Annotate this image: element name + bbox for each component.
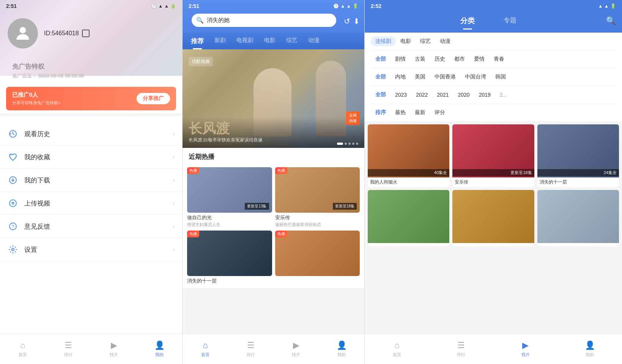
- filter-sort-rating[interactable]: 评分: [430, 108, 450, 118]
- filter-type-drama[interactable]: 连续剧: [371, 36, 396, 46]
- filter-region-us[interactable]: 美国: [410, 72, 430, 82]
- feedback-icon: ?: [8, 221, 18, 232]
- tab-recommend[interactable]: 推荐: [186, 33, 209, 49]
- tab-movie[interactable]: 电影: [259, 33, 281, 49]
- video-card-2[interactable]: 更新至18集 安乐传: [452, 124, 534, 187]
- user-id-text: ID:54654018: [44, 30, 79, 37]
- share-promo-button[interactable]: 已推广0人 分享可得终身免广告特权> 分享推广: [6, 87, 176, 110]
- tab-topic[interactable]: 专题: [501, 12, 520, 30]
- filter-genre-urban[interactable]: 都市: [450, 54, 469, 64]
- filter-region-mainland[interactable]: 内地: [391, 72, 410, 82]
- filter-year-2021[interactable]: 2021: [432, 90, 453, 99]
- filter-genre-romance[interactable]: 爱情: [469, 54, 489, 64]
- nav-label-find-2: 找片: [292, 352, 300, 358]
- filter-section: 连续剧 电影 综艺 动漫 全部 剧情 古装 历史 都市 爱情 青春 全部 内地 …: [365, 33, 622, 121]
- filter-sort-hot[interactable]: 最热: [391, 108, 410, 118]
- tab-anime[interactable]: 动漫: [303, 33, 325, 49]
- nav-find-2[interactable]: ▶ 找片: [274, 340, 319, 358]
- tab-new-drama[interactable]: 新剧: [209, 33, 231, 49]
- filter-region-kr[interactable]: 韩国: [491, 72, 510, 82]
- filter-region-tw[interactable]: 中国台湾: [460, 72, 491, 82]
- video-card-5[interactable]: [452, 190, 534, 246]
- promo-share-btn[interactable]: 分享推广: [137, 93, 170, 104]
- filter-region-all[interactable]: 全部: [371, 72, 391, 82]
- panel-home: 2:51 🕑 ▲ ▲ 🔋 🔍 消失的她 ↺ ⬇ 推荐 新剧 电视剧 电影 综艺 …: [182, 0, 364, 364]
- wifi-icon-2: ▲: [346, 3, 351, 9]
- filter-sort-default[interactable]: 排序: [371, 108, 391, 118]
- filter-genre-all[interactable]: 全部: [371, 54, 391, 64]
- video-title-5: [452, 243, 534, 246]
- filter-sort-new[interactable]: 最新: [410, 108, 430, 118]
- filter-year-more: 2...: [495, 90, 512, 99]
- profile-area: ID:54654018: [0, 12, 182, 55]
- avatar: [8, 18, 38, 49]
- content-card-3[interactable]: 热播 消失的十一层: [187, 231, 272, 285]
- search-input[interactable]: 消失的她: [207, 17, 332, 24]
- download-header-icon[interactable]: ⬇: [353, 17, 360, 26]
- filter-year-2022[interactable]: 2022: [411, 90, 432, 99]
- content-card-2[interactable]: 更新至18集 热播 安乐传 迪丽热巴龚俊双强宿命恋: [275, 167, 360, 228]
- filter-genre-history[interactable]: 历史: [430, 54, 450, 64]
- filter-region-hk[interactable]: 中国香港: [430, 72, 460, 82]
- menu-item-downloads[interactable]: 我的下载 ›: [0, 169, 182, 192]
- download-icon: [8, 175, 18, 185]
- tab-category[interactable]: 分类: [457, 12, 478, 30]
- card-title-2: 安乐传: [275, 213, 360, 222]
- menu-item-settings[interactable]: 设置 ›: [0, 238, 182, 261]
- card-img-1: 更新至13集 热播: [187, 167, 272, 213]
- nav-rank-1[interactable]: ☰ 排行: [46, 340, 91, 358]
- home-icon-2: ⌂: [203, 340, 208, 350]
- nav-home-2[interactable]: ⌂ 首页: [183, 340, 228, 358]
- filter-row-sort: 排序 最热 最新 评分: [371, 104, 616, 121]
- menu-item-feedback[interactable]: ? 意见反馈 ›: [0, 215, 182, 238]
- card-subtitle-1: 绝望主妇重启人生: [187, 222, 272, 228]
- filter-year-all[interactable]: 全部: [371, 90, 391, 100]
- content-card-1[interactable]: 更新至13集 热播 做自己的光 绝望主妇重启人生: [187, 167, 272, 228]
- menu-item-upload[interactable]: 上传视频 ›: [0, 192, 182, 215]
- nav-mine-2[interactable]: 👤 我的: [319, 340, 364, 358]
- nav-find-1[interactable]: ▶ 找片: [91, 340, 137, 358]
- video-card-6[interactable]: [537, 190, 619, 246]
- filter-genre-drama[interactable]: 剧情: [391, 54, 410, 64]
- filter-year-2020[interactable]: 2020: [453, 90, 474, 99]
- menu-item-watch-history[interactable]: 观看历史 ›: [0, 122, 182, 146]
- nav-rank-3[interactable]: ☰ 排行: [429, 340, 494, 358]
- filter-type-anime[interactable]: 动漫: [435, 36, 455, 46]
- tab-tv[interactable]: 电视剧: [231, 33, 259, 49]
- card-img-3: 热播: [187, 231, 272, 276]
- wifi-icon: ▲: [164, 3, 169, 9]
- filter-type-variety[interactable]: 综艺: [416, 36, 435, 46]
- content-card-4[interactable]: 热播: [275, 231, 360, 285]
- filter-genre-costume[interactable]: 古装: [410, 54, 430, 64]
- video-badge-2: 更新至18集: [452, 169, 534, 176]
- copy-id-button[interactable]: [82, 30, 90, 37]
- alarm-icon: 🕐: [151, 3, 157, 9]
- category-search-icon[interactable]: 🔍: [606, 16, 616, 26]
- video-card-3[interactable]: 24集全 消失的十一层: [537, 124, 619, 187]
- nav-rank-2[interactable]: ☰ 排行: [228, 340, 274, 358]
- nav-mine-3[interactable]: 👤 我的: [558, 340, 622, 358]
- nav-home-1[interactable]: ⌂ 首页: [0, 340, 46, 358]
- nav-find-3[interactable]: ▶ 找片: [493, 340, 558, 358]
- tab-variety[interactable]: 综艺: [281, 33, 303, 49]
- menu-item-favorites[interactable]: 我的收藏 ›: [0, 146, 182, 169]
- home-icon-3: ⌂: [394, 340, 399, 350]
- menu-label-history: 观看历史: [24, 130, 167, 138]
- panel-profile: 2:51 🕐 ▲ ▲ 🔋 ID:54654018 免广告特权 免广告至： 888…: [0, 0, 182, 364]
- filter-year-2023[interactable]: 2023: [391, 90, 411, 99]
- filter-year-2019[interactable]: 2019: [474, 90, 495, 99]
- hero-banner[interactable]: 优酷视频 长风渡 长风渡:白敬亭宋轶欢喜冤家误结良缘 全网独播: [183, 49, 364, 148]
- video-card-1[interactable]: 40集全 我的人间烟火: [368, 124, 449, 187]
- svg-text:?: ?: [12, 224, 14, 229]
- search-bar[interactable]: 🔍 消失的她: [192, 14, 336, 27]
- status-time-2: 2:51: [189, 3, 199, 9]
- card-img-4: 热播: [275, 231, 360, 276]
- video-card-4[interactable]: [368, 190, 449, 246]
- filter-genre-youth[interactable]: 青春: [489, 54, 509, 64]
- nav-mine-1[interactable]: 👤 我的: [137, 340, 182, 358]
- nav-home-3[interactable]: ⌂ 首页: [365, 340, 429, 358]
- filter-row-year: 全部 2023 2022 2021 2020 2019 2...: [371, 86, 616, 104]
- nav-label-rank-1: 排行: [64, 352, 72, 358]
- filter-type-movie[interactable]: 电影: [396, 36, 416, 46]
- history-search-icon[interactable]: ↺: [344, 17, 350, 26]
